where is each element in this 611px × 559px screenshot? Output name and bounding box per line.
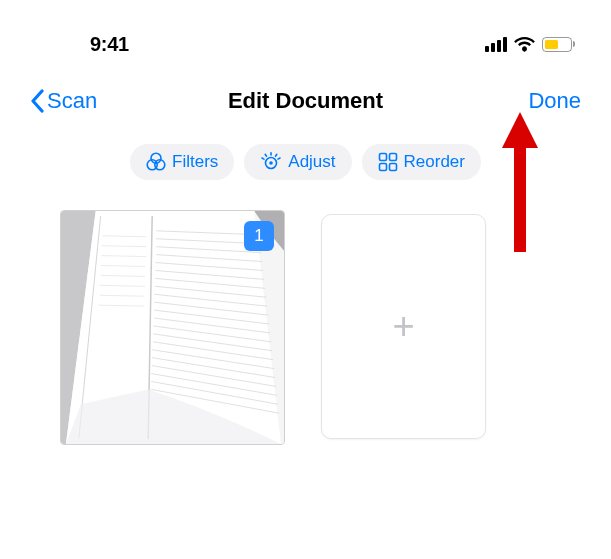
back-button[interactable]: Scan (30, 88, 97, 114)
reorder-icon (378, 152, 398, 172)
filters-label: Filters (172, 152, 218, 172)
page-number-badge: 1 (244, 221, 274, 251)
filters-icon (146, 152, 166, 172)
status-time: 9:41 (90, 33, 129, 56)
reorder-button[interactable]: Reorder (362, 144, 481, 180)
reorder-label: Reorder (404, 152, 465, 172)
chevron-left-icon (30, 89, 46, 113)
status-bar: 9:41 (0, 0, 611, 60)
svg-line-6 (265, 154, 266, 156)
add-page-button[interactable]: + (321, 214, 486, 439)
svg-rect-10 (379, 154, 386, 161)
svg-rect-12 (379, 164, 386, 171)
done-button[interactable]: Done (528, 88, 581, 114)
svg-line-5 (262, 158, 264, 159)
page-title: Edit Document (228, 88, 383, 114)
status-icons (485, 37, 575, 52)
adjust-icon (260, 152, 282, 172)
svg-point-4 (269, 161, 273, 165)
svg-line-9 (278, 158, 280, 159)
plus-icon: + (392, 305, 414, 348)
adjust-button[interactable]: Adjust (244, 144, 351, 180)
nav-bar: Scan Edit Document Done (0, 60, 611, 114)
page-thumbnail-1[interactable]: 1 (60, 210, 285, 445)
cellular-signal-icon (485, 37, 507, 52)
battery-icon (542, 37, 575, 52)
back-label: Scan (47, 88, 97, 114)
svg-line-8 (276, 154, 277, 156)
edit-toolbar: Filters Adjust Reorder (0, 144, 611, 180)
adjust-label: Adjust (288, 152, 335, 172)
svg-rect-11 (389, 154, 396, 161)
filters-button[interactable]: Filters (130, 144, 234, 180)
wifi-icon (514, 37, 535, 52)
svg-rect-13 (389, 164, 396, 171)
pages-grid: 1 + (0, 180, 611, 445)
